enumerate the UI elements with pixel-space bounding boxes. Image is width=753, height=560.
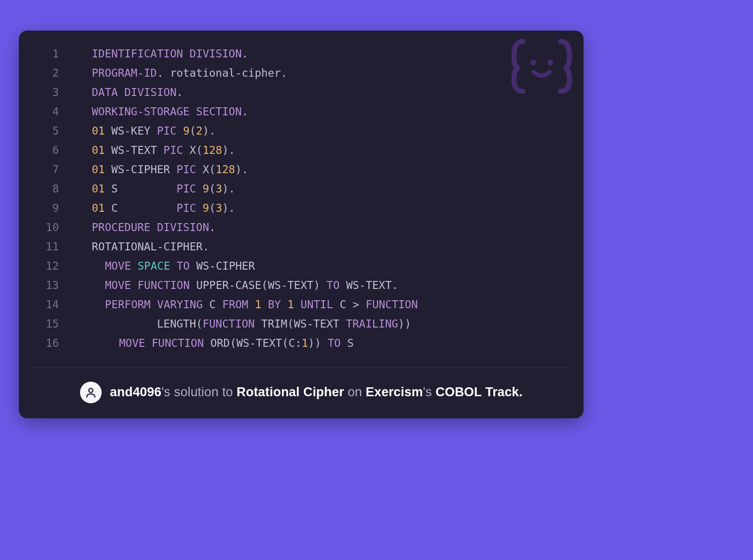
svg-point-0 <box>530 60 536 65</box>
svg-point-1 <box>547 60 553 65</box>
code-line: 501 WS-KEY PIC 9(2). <box>28 121 574 141</box>
line-number: 14 <box>28 295 59 314</box>
code-content: 01 S PIC 9(3). <box>59 179 235 199</box>
code-content: DATA DIVISION. <box>59 83 183 102</box>
code-line: 4WORKING-STORAGE SECTION. <box>28 102 574 121</box>
line-number: 2 <box>28 64 59 83</box>
svg-point-2 <box>88 388 93 392</box>
code-content: MOVE FUNCTION UPPER-CASE(WS-TEXT) TO WS-… <box>59 276 398 295</box>
code-content: IDENTIFICATION DIVISION. <box>59 44 248 64</box>
line-number: 8 <box>28 179 59 199</box>
line-number: 10 <box>28 218 59 237</box>
code-line: 16MOVE FUNCTION ORD(WS-TEXT(C:1)) TO S <box>28 334 574 353</box>
code-line: 801 S PIC 9(3). <box>28 179 574 199</box>
line-number: 6 <box>28 141 59 160</box>
line-number: 4 <box>28 102 59 121</box>
user-avatar-icon <box>80 382 102 403</box>
code-content: 01 WS-KEY PIC 9(2). <box>59 121 216 141</box>
solution-card: 1IDENTIFICATION DIVISION.2PROGRAM-ID. ro… <box>19 31 584 418</box>
code-line: 15 LENGTH(FUNCTION TRIM(WS-TEXT TRAILING… <box>28 314 574 334</box>
code-line: 11ROTATIONAL-CIPHER. <box>28 237 574 256</box>
footer-exercise: Rotational Cipher <box>237 385 344 399</box>
line-number: 11 <box>28 237 59 256</box>
code-line: 13MOVE FUNCTION UPPER-CASE(WS-TEXT) TO W… <box>28 276 574 295</box>
line-number: 13 <box>28 276 59 295</box>
footer-text: and4096's solution to Rotational Cipher … <box>110 385 523 400</box>
line-number: 12 <box>28 256 59 276</box>
footer-platform: Exercism <box>366 385 423 399</box>
code-content: WORKING-STORAGE SECTION. <box>59 102 248 121</box>
code-content: 01 WS-CIPHER PIC X(128). <box>59 160 248 179</box>
code-line: 901 C PIC 9(3). <box>28 199 574 218</box>
code-content: 01 WS-TEXT PIC X(128). <box>59 141 235 160</box>
line-number: 3 <box>28 83 59 102</box>
line-number: 15 <box>28 314 59 334</box>
line-number: 9 <box>28 199 59 218</box>
code-line: 14PERFORM VARYING C FROM 1 BY 1 UNTIL C … <box>28 295 574 314</box>
code-content: PROGRAM-ID. rotational-cipher. <box>59 64 287 83</box>
code-line: 601 WS-TEXT PIC X(128). <box>28 141 574 160</box>
footer-attribution: and4096's solution to Rotational Cipher … <box>28 382 574 403</box>
line-number: 5 <box>28 121 59 141</box>
code-content: PROCEDURE DIVISION. <box>59 218 216 237</box>
exercism-logo-icon <box>511 39 572 96</box>
line-number: 1 <box>28 44 59 64</box>
line-number: 16 <box>28 334 59 353</box>
footer-track: COBOL Track. <box>435 385 522 399</box>
code-content: MOVE SPACE TO WS-CIPHER <box>59 256 255 276</box>
line-number: 7 <box>28 160 59 179</box>
code-content: 01 C PIC 9(3). <box>59 199 235 218</box>
code-line: 3DATA DIVISION. <box>28 83 574 102</box>
code-content: LENGTH(FUNCTION TRIM(WS-TEXT TRAILING)) <box>59 314 411 334</box>
code-content: PERFORM VARYING C FROM 1 BY 1 UNTIL C > … <box>59 295 418 314</box>
code-line: 1IDENTIFICATION DIVISION. <box>28 44 574 64</box>
code-line: 2PROGRAM-ID. rotational-cipher. <box>28 64 574 83</box>
code-line: 10PROCEDURE DIVISION. <box>28 218 574 237</box>
footer-user: and4096 <box>110 385 161 399</box>
code-line: 12MOVE SPACE TO WS-CIPHER <box>28 256 574 276</box>
code-content: MOVE FUNCTION ORD(WS-TEXT(C:1)) TO S <box>59 334 354 353</box>
code-content: ROTATIONAL-CIPHER. <box>59 237 209 256</box>
divider <box>32 367 570 368</box>
code-line: 701 WS-CIPHER PIC X(128). <box>28 160 574 179</box>
code-block: 1IDENTIFICATION DIVISION.2PROGRAM-ID. ro… <box>28 42 574 367</box>
